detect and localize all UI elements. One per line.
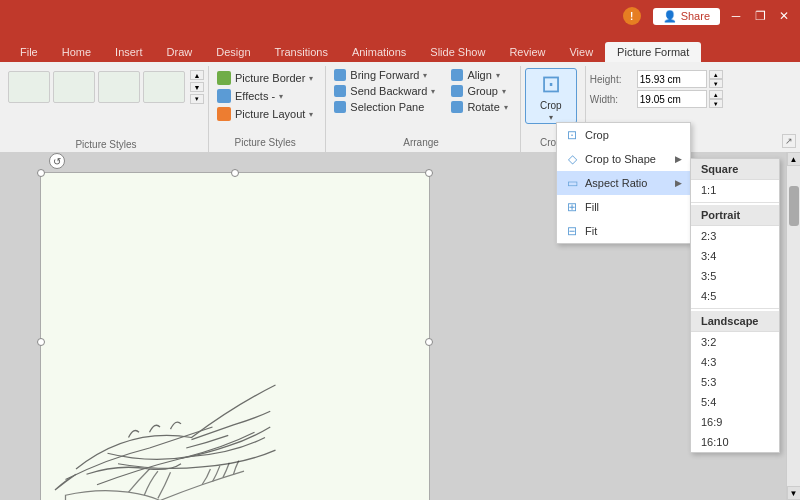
- height-input[interactable]: [637, 70, 707, 88]
- crop-button[interactable]: ⊡ Crop ▾: [525, 68, 577, 124]
- tab-review[interactable]: Review: [497, 42, 557, 62]
- style-thumb-1[interactable]: [8, 71, 50, 103]
- thumb-scroll-controls: ▲ ▼ ▾: [190, 70, 204, 104]
- scroll-expand-button[interactable]: ▾: [190, 94, 204, 104]
- tab-design[interactable]: Design: [204, 42, 262, 62]
- arrange-group: Bring Forward ▾ Send Backward ▾ Selectio…: [326, 66, 520, 152]
- picture-border-button[interactable]: Picture Border ▾: [213, 70, 317, 86]
- crop-menu-item-crop-to-shape[interactable]: ◇ Crop to Shape ▶: [557, 147, 690, 171]
- aspect-ratio-4-5[interactable]: 4:5: [691, 286, 779, 306]
- crop-menu-item-crop[interactable]: ⊡ Crop: [557, 123, 690, 147]
- width-row: Width: ▲ ▼: [590, 90, 723, 108]
- bring-forward-icon: [334, 69, 346, 81]
- tab-transitions[interactable]: Transitions: [263, 42, 340, 62]
- rotate-handle[interactable]: ↺: [49, 153, 65, 169]
- send-backward-icon: [334, 85, 346, 97]
- crop-menu-item-fit[interactable]: ⊟ Fit: [557, 219, 690, 243]
- share-button[interactable]: 👤 Share: [653, 8, 720, 25]
- warning-icon: !: [623, 7, 641, 25]
- crop-to-shape-icon: ◇: [565, 152, 579, 166]
- arrange-label: Arrange: [330, 137, 511, 150]
- height-up-btn[interactable]: ▲: [709, 70, 723, 79]
- tab-animations[interactable]: Animations: [340, 42, 418, 62]
- effects-dropdown-arrow: ▾: [279, 92, 283, 101]
- style-thumb-4[interactable]: [143, 71, 185, 103]
- square-header: Square: [691, 159, 779, 180]
- crop-menu-item-fill[interactable]: ⊞ Fill: [557, 195, 690, 219]
- tab-picture-format[interactable]: Picture Format: [605, 42, 701, 62]
- scroll-thumb[interactable]: [789, 186, 799, 226]
- align-icon: [451, 69, 463, 81]
- selection-handle-mr[interactable]: [425, 338, 433, 346]
- tab-home[interactable]: Home: [50, 42, 103, 62]
- picture-layout-button[interactable]: Picture Layout ▾: [213, 106, 317, 122]
- scroll-down-arrow[interactable]: ▼: [787, 486, 801, 500]
- divider-2: [691, 308, 779, 309]
- aspect-ratio-3-2[interactable]: 3:2: [691, 332, 779, 352]
- tab-insert[interactable]: Insert: [103, 42, 155, 62]
- selection-pane-icon: [334, 101, 346, 113]
- aspect-ratio-5-3[interactable]: 5:3: [691, 372, 779, 392]
- aspect-ratio-16-9[interactable]: 16:9: [691, 412, 779, 432]
- style-thumb-3[interactable]: [98, 71, 140, 103]
- minimize-button[interactable]: ─: [728, 8, 744, 24]
- aspect-ratio-1-1[interactable]: 1:1: [691, 180, 779, 200]
- style-thumb-2[interactable]: [53, 71, 95, 103]
- portrait-header: Portrait: [691, 205, 779, 226]
- aspect-ratio-16-10[interactable]: 16:10: [691, 432, 779, 452]
- arrange-col-left: Bring Forward ▾ Send Backward ▾ Selectio…: [330, 68, 439, 137]
- ribbon-tab-bar: File Home Insert Draw Design Transitions…: [0, 32, 800, 62]
- picture-border-icon: [217, 71, 231, 85]
- crop-menu-item-aspect-ratio[interactable]: ▭ Aspect Ratio ▶: [557, 171, 690, 195]
- aspect-ratio-3-4[interactable]: 3:4: [691, 246, 779, 266]
- tab-slideshow[interactable]: Slide Show: [418, 42, 497, 62]
- group-button[interactable]: Group ▾: [447, 84, 511, 98]
- picture-effects-button[interactable]: Effects - ▾: [213, 88, 317, 104]
- close-button[interactable]: ✕: [776, 8, 792, 24]
- border-dropdown-arrow: ▾: [309, 74, 313, 83]
- picture-styles-label: Picture Styles: [8, 139, 204, 152]
- selection-pane-button[interactable]: Selection Pane: [330, 100, 439, 114]
- scroll-down-button[interactable]: ▼: [190, 82, 204, 92]
- group-icon: [451, 85, 463, 97]
- layout-dropdown-arrow: ▾: [309, 110, 313, 119]
- picture-effects-icon: [217, 89, 231, 103]
- arrange-col-right: Align ▾ Group ▾ Rotate ▾: [447, 68, 511, 137]
- content-sketch: [41, 301, 321, 500]
- tab-draw[interactable]: Draw: [155, 42, 205, 62]
- slide-canvas[interactable]: ↺: [40, 172, 430, 500]
- aspect-ratio-submenu: Square 1:1 Portrait 2:3 3:4 3:5 4:5 Land…: [690, 158, 780, 453]
- tab-view[interactable]: View: [557, 42, 605, 62]
- height-row: Height: ▲ ▼: [590, 70, 723, 88]
- aspect-ratio-icon: ▭: [565, 176, 579, 190]
- width-down-btn[interactable]: ▼: [709, 99, 723, 108]
- crop-dropdown-menu: ⊡ Crop ◇ Crop to Shape ▶ ▭ Aspect Ratio …: [556, 122, 691, 244]
- width-up-btn[interactable]: ▲: [709, 90, 723, 99]
- width-input[interactable]: [637, 90, 707, 108]
- picture-format-group: Picture Border ▾ Effects - ▾ Picture Lay…: [209, 66, 326, 152]
- vertical-scrollbar[interactable]: ▲ ▼: [786, 152, 800, 500]
- restore-button[interactable]: ❐: [752, 8, 768, 24]
- align-button[interactable]: Align ▾: [447, 68, 511, 82]
- scroll-up-button[interactable]: ▲: [190, 70, 204, 80]
- selection-handle-tm[interactable]: [231, 169, 239, 177]
- divider-1: [691, 202, 779, 203]
- send-backward-button[interactable]: Send Backward ▾: [330, 84, 439, 98]
- aspect-ratio-2-3[interactable]: 2:3: [691, 226, 779, 246]
- landscape-header: Landscape: [691, 311, 779, 332]
- selection-handle-tr[interactable]: [425, 169, 433, 177]
- scroll-up-arrow[interactable]: ▲: [787, 152, 801, 166]
- rotate-button[interactable]: Rotate ▾: [447, 100, 511, 114]
- title-bar: ! 👤 Share ─ ❐ ✕: [0, 0, 800, 32]
- picture-styles-group: ▲ ▼ ▾ Picture Styles: [4, 66, 209, 152]
- aspect-ratio-3-5[interactable]: 3:5: [691, 266, 779, 286]
- aspect-ratio-4-3[interactable]: 4:3: [691, 352, 779, 372]
- picture-format-label: Picture Styles: [213, 137, 317, 150]
- bring-forward-button[interactable]: Bring Forward ▾: [330, 68, 439, 82]
- selection-handle-tl[interactable]: [37, 169, 45, 177]
- size-dialog-launcher[interactable]: ↗: [782, 134, 796, 148]
- height-down-btn[interactable]: ▼: [709, 79, 723, 88]
- crop-label: Crop: [540, 100, 562, 111]
- aspect-ratio-5-4[interactable]: 5:4: [691, 392, 779, 412]
- tab-file[interactable]: File: [8, 42, 50, 62]
